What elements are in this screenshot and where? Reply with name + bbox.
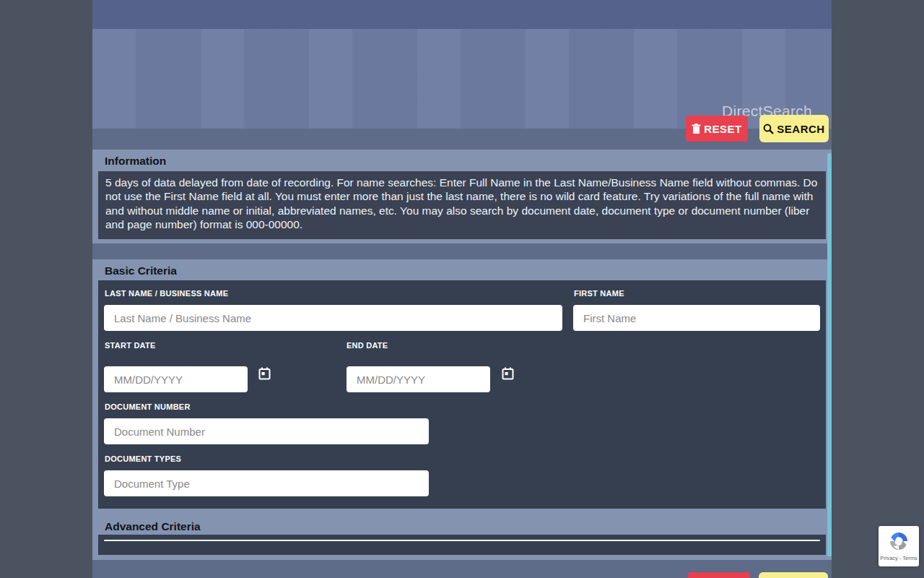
start-date-label: START DATE xyxy=(105,341,156,350)
document-type-input[interactable] xyxy=(104,470,429,496)
information-section: Information 5 days of data delayed from … xyxy=(92,150,832,243)
start-date-calendar-button[interactable] xyxy=(258,367,274,383)
scrollbar[interactable] xyxy=(827,153,832,556)
recaptcha-logo-icon xyxy=(886,529,911,553)
search-button[interactable]: SEARCH xyxy=(759,115,829,142)
recaptcha-privacy-terms[interactable]: Privacy - Terms xyxy=(880,555,918,561)
basic-criteria-heading: Basic Criteria xyxy=(92,259,832,280)
reset-button-bottom[interactable]: RESET xyxy=(688,572,750,578)
content-column: DirectSearch RESET SEARCH Information 5 … xyxy=(92,0,832,578)
recaptcha-badge[interactable]: Privacy - Terms xyxy=(879,526,919,566)
first-name-label: FIRST NAME xyxy=(574,289,624,298)
start-date-input[interactable] xyxy=(104,366,248,392)
trash-icon xyxy=(692,124,701,134)
advanced-criteria-panel xyxy=(98,535,826,555)
reset-button[interactable]: RESET xyxy=(686,116,748,142)
first-name-input[interactable] xyxy=(573,305,820,331)
last-name-input[interactable] xyxy=(104,305,562,331)
document-number-input[interactable] xyxy=(104,418,429,444)
divider xyxy=(104,540,820,541)
calendar-icon xyxy=(502,367,514,380)
criteria-section: Basic Criteria LAST NAME / BUSINESS NAME… xyxy=(92,259,832,560)
advanced-criteria-heading: Advanced Criteria xyxy=(92,509,832,535)
document-types-label: DOCUMENT TYPES xyxy=(105,454,181,463)
document-number-label: DOCUMENT NUMBER xyxy=(105,402,191,411)
end-date-label: END DATE xyxy=(346,341,388,350)
end-date-calendar-button[interactable] xyxy=(502,367,518,383)
last-name-label: LAST NAME / BUSINESS NAME xyxy=(105,289,228,298)
search-button-bottom[interactable]: SEARCH xyxy=(759,572,828,578)
end-date-input[interactable] xyxy=(346,366,490,392)
information-text: 5 days of data delayed from date of reco… xyxy=(98,171,826,239)
basic-criteria-form: LAST NAME / BUSINESS NAME FIRST NAME STA… xyxy=(98,280,826,509)
search-button-label: SEARCH xyxy=(777,123,824,135)
header-banner: DirectSearch xyxy=(92,29,832,129)
top-band xyxy=(92,0,832,29)
magnifier-icon xyxy=(763,124,774,134)
reset-button-label: RESET xyxy=(704,123,742,135)
information-heading: Information xyxy=(92,150,832,171)
calendar-icon xyxy=(258,367,271,380)
